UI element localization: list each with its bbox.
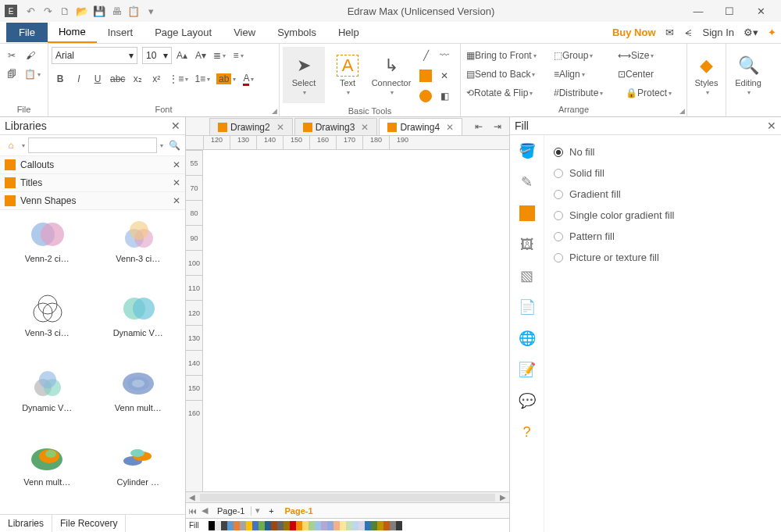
paste-button[interactable]: 📋▾ (22, 66, 43, 83)
bullets-button[interactable]: ⋮≡▾ (166, 70, 191, 87)
ellipse-tool-button[interactable] (417, 87, 434, 105)
tab-nav-left[interactable]: ⇤ (470, 118, 487, 135)
shape-venn3-outline[interactable]: Venn-3 ci… (5, 289, 90, 360)
fill-opt-picture[interactable]: Picture or texture fill (551, 247, 775, 268)
shape-venn3[interactable]: Venn-3 ci… (96, 215, 181, 286)
group-button[interactable]: ⬚ Group▾ (551, 47, 614, 64)
text-tool-button[interactable]: A Text▾ (326, 47, 369, 103)
line-tool-button[interactable]: ╱ (417, 47, 434, 64)
center-button[interactable]: ⊡ Center (615, 66, 670, 83)
shape-venn-mult1[interactable]: Venn mult… (96, 364, 181, 435)
rp-tab-layer-icon[interactable]: ▧ (516, 265, 538, 287)
fill-panel-close-button[interactable]: ✕ (767, 120, 776, 132)
tab-symbols[interactable]: Symbols (266, 23, 327, 42)
send-icon[interactable]: ✉ (661, 27, 679, 38)
highlight-button[interactable]: ab▾ (214, 70, 238, 87)
curve-tool-button[interactable]: 〰 (436, 47, 453, 64)
numbering-button[interactable]: 1≡▾ (192, 70, 212, 87)
underline-button[interactable]: U (89, 70, 106, 87)
close-tab-icon[interactable]: ✕ (276, 122, 284, 133)
qat-undo-button[interactable]: ↶ (22, 3, 39, 19)
doc-tab-drawing3[interactable]: Drawing3✕ (294, 118, 378, 135)
minimize-button[interactable]: — (683, 0, 714, 22)
qat-save-button[interactable]: 💾 (91, 3, 108, 19)
rotate-button[interactable]: ⟲ Rotate & Flip▾ (464, 84, 550, 102)
fill-opt-gradient[interactable]: Gradient fill (551, 184, 775, 205)
qat-print-button[interactable]: 🖶 (108, 3, 125, 19)
rp-tab-comment-icon[interactable]: 💬 (516, 390, 538, 412)
protect-button[interactable]: 🔒 Protect▾ (623, 84, 678, 102)
page-first-button[interactable]: ⏮ (186, 506, 198, 516)
subscript-button[interactable]: x₂ (129, 70, 146, 87)
libraries-home-icon[interactable]: ⌂ (3, 140, 19, 151)
italic-button[interactable]: I (70, 70, 87, 87)
font-name-combo[interactable]: Arial▾ (52, 47, 137, 64)
rp-tab-fill-icon[interactable]: 🪣 (516, 140, 538, 162)
page-add-button[interactable]: + (264, 506, 278, 516)
cut-button[interactable]: ✂ (3, 47, 20, 64)
libraries-search-button[interactable]: 🔍 (166, 140, 182, 151)
format-painter-button[interactable]: 🖌 (22, 47, 39, 64)
bold-button[interactable]: B (52, 70, 69, 87)
align-text-button[interactable]: ≡▾ (230, 47, 247, 64)
crop-tool-button[interactable]: ◧ (436, 87, 453, 105)
libraries-search-dropdown[interactable]: ▾ (160, 142, 163, 149)
page-prev-button[interactable]: ◀ (198, 505, 211, 516)
settings-icon[interactable]: ⚙▾ (739, 27, 763, 38)
libraries-close-button[interactable]: ✕ (171, 120, 180, 132)
line-spacing-button[interactable]: ≣▾ (211, 47, 228, 64)
page-tab-1[interactable]: Page-1 (211, 506, 251, 516)
copy-button[interactable]: 🗐 (3, 66, 20, 83)
shape-venn2[interactable]: Venn-2 ci… (5, 215, 90, 286)
close-tab-icon[interactable]: ✕ (361, 122, 369, 133)
tab-view[interactable]: View (223, 23, 266, 42)
tab-page-layout[interactable]: Page Layout (144, 23, 223, 42)
shrink-font-button[interactable]: A▾ (192, 47, 209, 64)
fill-opt-single-gradient[interactable]: Single color gradient fill (551, 205, 775, 226)
shape-dynamic-v1[interactable]: Dynamic V… (96, 289, 181, 360)
qat-more-button[interactable]: ▾ (142, 3, 159, 19)
sign-in-link[interactable]: Sign In (698, 27, 739, 38)
qat-new-button[interactable]: 🗋 (56, 3, 73, 19)
select-tool-button[interactable]: ➤ Select▾ (283, 47, 325, 103)
styles-button[interactable]: ◆Styles▾ (690, 47, 722, 103)
fill-opt-pattern[interactable]: Pattern fill (551, 226, 775, 247)
send-back-button[interactable]: ▤ Send to Back▾ (464, 66, 550, 83)
file-menu[interactable]: File (6, 23, 48, 42)
libraries-search-input[interactable] (28, 137, 157, 153)
arrange-dialog-launcher[interactable]: ◢ (679, 107, 685, 115)
color-palette[interactable] (202, 521, 402, 530)
buy-now-link[interactable]: Buy Now (608, 27, 661, 38)
lib-cat-venn[interactable]: Venn Shapes✕ (0, 192, 185, 210)
fill-opt-solid[interactable]: Solid fill (551, 162, 775, 184)
shape-dynamic-v2[interactable]: Dynamic V… (5, 364, 90, 435)
close-window-button[interactable]: ✕ (745, 0, 776, 22)
align-button[interactable]: ≡ Align▾ (551, 66, 614, 83)
font-color-button[interactable]: A▾ (240, 70, 257, 87)
drawing-canvas[interactable] (203, 150, 509, 491)
close-tab-icon[interactable]: ✕ (446, 122, 454, 133)
rp-tab-page-icon[interactable]: 📄 (516, 296, 538, 318)
rp-tab-image-icon[interactable]: 🖼 (516, 234, 538, 255)
lib-cat-titles[interactable]: Titles✕ (0, 174, 185, 192)
maximize-button[interactable]: ☐ (714, 0, 745, 22)
delete-tool-button[interactable]: ✕ (436, 67, 453, 84)
scroll-left-button[interactable]: ◀ (186, 493, 198, 502)
distribute-button[interactable]: # Distribute▾ (551, 84, 622, 102)
bring-front-button[interactable]: ▦ Bring to Front▾ (464, 47, 550, 64)
lib-cat-callouts[interactable]: Callouts✕ (0, 156, 185, 174)
rp-tab-color-icon[interactable] (516, 202, 538, 224)
bottom-tab-file-recovery[interactable]: File Recovery (52, 515, 126, 532)
app-color-icon[interactable]: ✦ (763, 27, 781, 38)
superscript-button[interactable]: x² (148, 70, 165, 87)
rp-tab-line-icon[interactable]: ✎ (516, 171, 538, 193)
qat-open-button[interactable]: 📂 (73, 3, 91, 19)
tab-nav-right[interactable]: ⇥ (489, 118, 506, 135)
tab-home[interactable]: Home (48, 22, 97, 43)
strike-button[interactable]: abc (108, 70, 127, 87)
bottom-tab-libraries[interactable]: Libraries (0, 515, 52, 532)
libraries-home-dropdown[interactable]: ▾ (22, 142, 25, 149)
rp-tab-note-icon[interactable]: 📝 (516, 359, 538, 380)
font-dialog-launcher[interactable]: ◢ (272, 107, 277, 115)
shape-venn-mult2[interactable]: Venn mult… (5, 438, 90, 509)
